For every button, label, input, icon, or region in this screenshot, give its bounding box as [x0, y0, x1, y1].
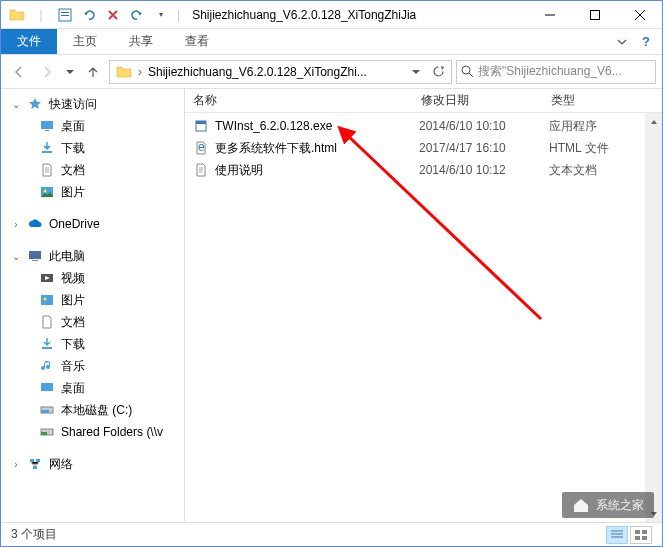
- view-details-button[interactable]: [606, 526, 628, 544]
- quick-access-toolbar: | ▾ |: [1, 5, 188, 25]
- nav-history-dropdown[interactable]: [63, 68, 77, 76]
- sidebar-quick-access[interactable]: ⌄ 快速访问: [1, 93, 184, 115]
- html-icon: e: [193, 140, 209, 156]
- chevron-right-icon[interactable]: ›: [11, 219, 21, 230]
- breadcrumb-root[interactable]: [112, 61, 136, 83]
- sidebar-item-pictures[interactable]: 图片: [1, 181, 184, 203]
- ribbon-tab-home[interactable]: 主页: [57, 29, 113, 54]
- content-area: 名称 修改日期 类型 TWInst_6.2.0.128.exe 2014/6/1…: [185, 89, 662, 522]
- network-icon: [27, 456, 43, 472]
- chevron-down-icon[interactable]: ⌄: [11, 251, 21, 262]
- sidebar-item-pc-desktop[interactable]: 桌面: [1, 377, 184, 399]
- close-button[interactable]: [617, 1, 662, 29]
- folder-icon: [7, 5, 27, 25]
- svg-rect-10: [29, 251, 41, 259]
- svg-rect-1: [61, 12, 69, 13]
- view-icons-button[interactable]: [630, 526, 652, 544]
- svg-rect-18: [41, 410, 49, 413]
- video-icon: [39, 270, 55, 286]
- nav-up-button[interactable]: [81, 60, 105, 84]
- ribbon-collapse-icon[interactable]: [612, 34, 632, 50]
- ribbon-tab-view[interactable]: 查看: [169, 29, 225, 54]
- vertical-scrollbar[interactable]: [645, 113, 662, 522]
- nav-back-button[interactable]: [7, 60, 31, 84]
- sidebar-item-music[interactable]: 音乐: [1, 355, 184, 377]
- svg-rect-22: [36, 459, 40, 462]
- svg-rect-13: [41, 295, 53, 305]
- minimize-button[interactable]: [527, 1, 572, 29]
- ribbon: 文件 主页 共享 查看 ?: [1, 29, 662, 55]
- column-date[interactable]: 修改日期: [413, 89, 543, 112]
- sidebar-onedrive[interactable]: › OneDrive: [1, 213, 184, 235]
- sidebar-item-pc-documents[interactable]: 文档: [1, 311, 184, 333]
- chevron-right-icon[interactable]: ›: [136, 65, 144, 79]
- svg-rect-29: [635, 536, 640, 540]
- column-type[interactable]: 类型: [543, 89, 643, 112]
- help-icon[interactable]: ?: [638, 32, 654, 51]
- pictures-icon: [39, 184, 55, 200]
- sidebar-item-downloads[interactable]: 下载: [1, 137, 184, 159]
- titlebar: | ▾ | Shijiezhichuang_V6.2.0.128_XiTongZ…: [1, 1, 662, 29]
- sidebar-item-pc-downloads[interactable]: 下载: [1, 333, 184, 355]
- svg-rect-15: [42, 347, 52, 349]
- file-row[interactable]: TWInst_6.2.0.128.exe 2014/6/10 10:10 应用程…: [185, 115, 662, 137]
- sidebar-item-pc-pictures[interactable]: 图片: [1, 289, 184, 311]
- scroll-up-button[interactable]: [645, 113, 662, 130]
- sidebar-item-desktop[interactable]: 桌面: [1, 115, 184, 137]
- properties-icon[interactable]: [55, 5, 75, 25]
- svg-rect-5: [41, 121, 53, 129]
- redo-icon[interactable]: [127, 5, 147, 25]
- star-icon: [27, 96, 43, 112]
- delete-icon[interactable]: [103, 5, 123, 25]
- status-item-count: 3 个项目: [11, 526, 57, 543]
- download-icon: [39, 336, 55, 352]
- desktop-icon: [39, 380, 55, 396]
- nav-forward-button[interactable]: [35, 60, 59, 84]
- sidebar-label: 快速访问: [49, 96, 97, 113]
- pictures-icon: [39, 292, 55, 308]
- address-dropdown-button[interactable]: [405, 61, 427, 83]
- scroll-down-button[interactable]: [645, 505, 662, 522]
- refresh-button[interactable]: [427, 61, 449, 83]
- svg-text:e: e: [198, 141, 205, 154]
- ribbon-tab-share[interactable]: 共享: [113, 29, 169, 54]
- sidebar-item-disk-c[interactable]: 本地磁盘 (C:): [1, 399, 184, 421]
- download-icon: [39, 140, 55, 156]
- document-icon: [39, 162, 55, 178]
- svg-rect-3: [590, 10, 599, 19]
- svg-rect-27: [635, 530, 640, 534]
- sidebar-item-videos[interactable]: 视频: [1, 267, 184, 289]
- undo-icon[interactable]: [79, 5, 99, 25]
- sidebar-network[interactable]: › 网络: [1, 453, 184, 475]
- column-name[interactable]: 名称: [185, 89, 413, 112]
- svg-rect-20: [41, 432, 47, 435]
- file-row[interactable]: e 更多系统软件下载.html 2017/4/17 16:10 HTML 文件: [185, 137, 662, 159]
- search-box[interactable]: 搜索"Shijiezhichuang_V6...: [456, 60, 656, 84]
- txt-icon: [193, 162, 209, 178]
- qat-dropdown-icon[interactable]: ▾: [151, 5, 171, 25]
- address-bar[interactable]: › Shijiezhichuang_V6.2.0.128_XiTongZhi..…: [109, 60, 452, 84]
- maximize-button[interactable]: [572, 1, 617, 29]
- file-row[interactable]: 使用说明 2014/6/10 10:12 文本文档: [185, 159, 662, 181]
- svg-rect-11: [32, 260, 38, 261]
- svg-rect-28: [642, 530, 647, 534]
- breadcrumb-folder[interactable]: Shijiezhichuang_V6.2.0.128_XiTongZhi...: [144, 61, 371, 83]
- sidebar-item-documents[interactable]: 文档: [1, 159, 184, 181]
- window-title: Shijiezhichuang_V6.2.0.128_XiTongZhiJia: [188, 8, 527, 22]
- sidebar-this-pc[interactable]: ⌄ 此电脑: [1, 245, 184, 267]
- navbar: › Shijiezhichuang_V6.2.0.128_XiTongZhi..…: [1, 55, 662, 89]
- chevron-right-icon[interactable]: ›: [11, 459, 21, 470]
- chevron-down-icon[interactable]: ⌄: [11, 99, 21, 110]
- svg-point-14: [44, 298, 47, 301]
- svg-rect-25: [196, 121, 206, 124]
- search-placeholder: 搜索"Shijiezhichuang_V6...: [478, 63, 622, 80]
- exe-icon: [193, 118, 209, 134]
- pc-icon: [27, 248, 43, 264]
- svg-rect-21: [30, 459, 34, 462]
- sidebar: ⌄ 快速访问 桌面 下载 文档 图片 › OneDrive ⌄: [1, 89, 185, 522]
- sidebar-item-shared-folders[interactable]: Shared Folders (\\v: [1, 421, 184, 443]
- qat-separator: |: [31, 5, 51, 25]
- svg-point-4: [462, 66, 470, 74]
- file-tab[interactable]: 文件: [1, 29, 57, 54]
- desktop-icon: [39, 118, 55, 134]
